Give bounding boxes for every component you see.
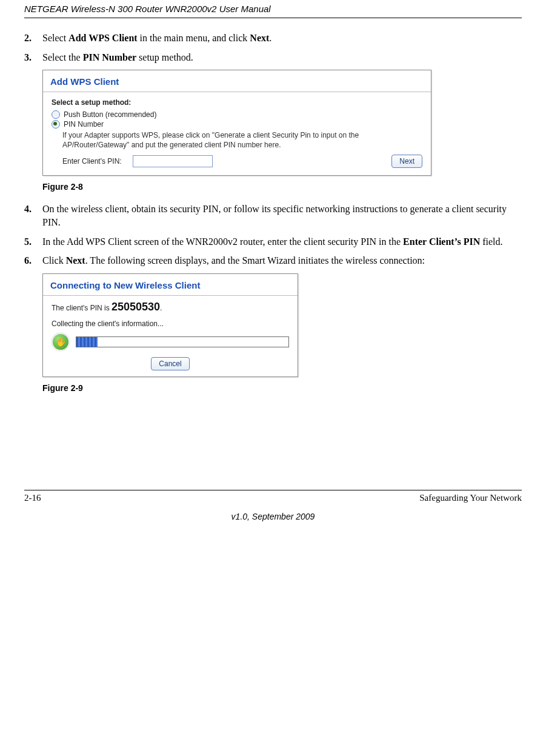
page-header: NETGEAR Wireless-N 300 Router WNR2000v2 …: [24, 0, 522, 18]
step-body: Click Next. The following screen display…: [42, 254, 522, 267]
text: Click: [42, 255, 66, 266]
next-button[interactable]: Next: [391, 155, 422, 168]
step-body: Select Add WPS Client in the main menu, …: [42, 32, 522, 45]
add-wps-client-panel: Add WPS Client Select a setup method: Pu…: [42, 70, 431, 176]
step-2: 2. Select Add WPS Client in the main men…: [24, 32, 522, 45]
text: Select: [42, 33, 68, 43]
progress-bar: [76, 336, 289, 347]
pin-help-text: If your Adapter supports WPS, please cli…: [62, 131, 422, 150]
text-bold: PIN Number: [83, 52, 136, 62]
text: . The following screen displays, and the…: [85, 255, 425, 266]
figure-2-8-image: Add WPS Client Select a setup method: Pu…: [42, 70, 522, 176]
step-4: 4. On the wireless client, obtain its se…: [24, 202, 522, 229]
select-method-heading: Select a setup method:: [52, 98, 422, 107]
text: setup method.: [136, 52, 193, 62]
text: in the main menu, and click: [138, 33, 250, 43]
radio-pin-number[interactable]: PIN Number: [52, 120, 422, 129]
step-number: 3.: [24, 51, 42, 64]
client-pin-line: The client's PIN is 25050530.: [43, 296, 298, 315]
step-body: In the Add WPS Client screen of the WNR2…: [42, 235, 522, 249]
panel-title: Add WPS Client: [43, 70, 431, 92]
step-3: 3. Select the PIN Number setup method.: [24, 51, 522, 64]
text: Select the: [42, 52, 83, 62]
panel-title: Connecting to New Wireless Client: [43, 274, 298, 296]
progress-fill: [76, 337, 98, 347]
page-footer: 2-16 Safeguarding Your Network: [24, 490, 522, 503]
radio-push-button[interactable]: Push Button (recommended): [52, 110, 422, 119]
text-bold: Next: [66, 255, 85, 266]
step-number: 6.: [24, 254, 42, 267]
text: field.: [480, 236, 502, 247]
step-6: 6. Click Next. The following screen disp…: [24, 254, 522, 267]
text: The client's PIN is: [52, 304, 112, 312]
step-body: Select the PIN Number setup method.: [42, 51, 522, 64]
text: .: [269, 33, 271, 43]
figure-caption-2-9: Figure 2-9: [42, 383, 522, 393]
page-number: 2-16: [24, 493, 41, 503]
text: In the Add WPS Client screen of the WNR2…: [42, 236, 403, 247]
figure-2-9-image: Connecting to New Wireless Client The cl…: [42, 273, 522, 377]
text-bold: Next: [250, 33, 269, 43]
text-bold: Enter Client’s PIN: [403, 236, 480, 247]
cancel-button[interactable]: Cancel: [151, 357, 189, 370]
collecting-text: Collecting the client's information...: [43, 315, 298, 329]
step-5: 5. In the Add WPS Client screen of the W…: [24, 235, 522, 249]
connecting-panel: Connecting to New Wireless Client The cl…: [42, 273, 298, 377]
enter-pin-label: Enter Client's PIN:: [62, 157, 122, 166]
text: .: [160, 304, 162, 312]
step-number: 2.: [24, 32, 42, 45]
doc-version: v1.0, September 2009: [24, 512, 522, 521]
figure-caption-2-8: Figure 2-8: [42, 182, 522, 192]
client-pin-input[interactable]: [133, 155, 213, 167]
step-body: On the wireless client, obtain its secur…: [42, 202, 522, 229]
text-bold: Add WPS Client: [68, 33, 138, 43]
radio-icon: [52, 120, 60, 129]
wps-icon: ✋: [52, 333, 70, 351]
radio-icon: [52, 110, 60, 119]
step-number: 4.: [24, 202, 42, 229]
radio-label: PIN Number: [64, 120, 104, 129]
section-title: Safeguarding Your Network: [419, 493, 522, 503]
client-pin-value: 25050530: [112, 301, 160, 313]
radio-label: Push Button (recommended): [64, 110, 156, 119]
step-number: 5.: [24, 235, 42, 249]
